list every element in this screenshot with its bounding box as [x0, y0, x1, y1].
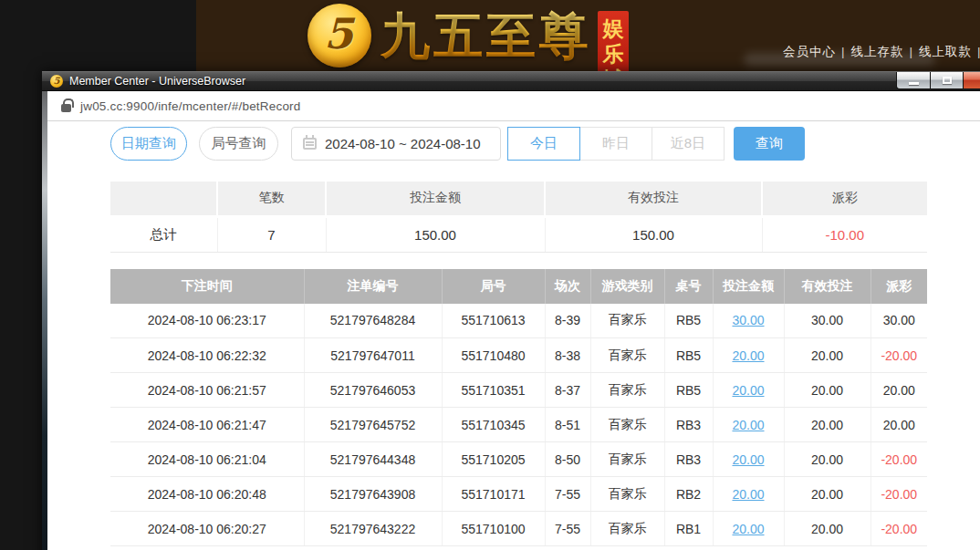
valid-bet: 30.00	[784, 304, 871, 338]
quick-range-group: 今日 昨日 近8日	[508, 127, 725, 161]
round-number: 551710100	[442, 512, 545, 546]
bet-payout: -20.00	[871, 512, 927, 546]
bet-amount-cell: 20.00	[713, 408, 784, 442]
round-number: 551710205	[442, 442, 545, 477]
bet-id: 521797643222	[304, 512, 442, 546]
bet-id: 521797645752	[304, 408, 442, 442]
bet-amount-link[interactable]: 20.00	[732, 383, 764, 398]
bet-payout: 30.00	[871, 304, 927, 338]
column-header: 派彩	[762, 182, 927, 216]
bet-amount-cell: 20.00	[713, 512, 784, 546]
calendar-icon	[303, 138, 317, 150]
window-controls: ✕	[897, 72, 980, 89]
round-number: 551710613	[442, 304, 545, 338]
bet-time: 2024-08-10 06:21:04	[110, 442, 304, 477]
bet-amount-cell: 20.00	[713, 338, 784, 373]
bet-id: 521797647011	[304, 338, 442, 373]
game-type: 百家乐	[590, 338, 664, 373]
valid-bet: 20.00	[784, 408, 871, 442]
bet-amount-link[interactable]: 20.00	[732, 418, 764, 432]
site-title: 九五至尊	[381, 5, 592, 66]
table-number: RB3	[664, 442, 713, 477]
minimize-button[interactable]	[896, 72, 931, 89]
bet-time: 2024-08-10 06:21:57	[110, 373, 304, 408]
badge-char: 娱	[603, 16, 624, 41]
game-type: 百家乐	[590, 512, 664, 546]
round-query-tab[interactable]: 局号查询	[199, 127, 278, 161]
round-number: 551710345	[442, 408, 545, 442]
game-type: 百家乐	[590, 373, 664, 408]
valid-bet: 20.00	[784, 477, 871, 512]
bet-payout: -20.00	[871, 442, 927, 477]
column-header: 桌号	[664, 269, 713, 304]
today-button[interactable]: 今日	[507, 127, 580, 161]
bet-amount-link[interactable]: 20.00	[732, 452, 764, 467]
close-button[interactable]: ✕	[963, 72, 980, 89]
bet-amount-link[interactable]: 20.00	[732, 487, 764, 502]
summary-total-label: 总计	[110, 216, 217, 252]
column-header: 场次	[545, 269, 590, 304]
table-row: 2024-08-10 06:20:48 521797643908 5517101…	[110, 477, 927, 512]
nav-link[interactable]: 线上存款	[851, 45, 904, 58]
date-range-input[interactable]: 2024-08-10 ~ 2024-08-10	[291, 127, 501, 161]
session: 8-51	[545, 408, 590, 442]
column-header: 派彩	[871, 269, 927, 304]
bet-id: 521797644348	[304, 442, 442, 477]
last-8-days-button[interactable]: 近8日	[652, 127, 725, 161]
table-row: 2024-08-10 06:22:32 521797647011 5517104…	[110, 338, 927, 373]
minimize-icon	[909, 82, 919, 85]
round-number: 551710351	[442, 373, 545, 408]
round-number: 551710171	[442, 477, 545, 512]
column-header: 游戏类别	[590, 269, 664, 304]
browser-window: 5 Member Center - UniverseBrowser ✕ jw05…	[42, 71, 980, 550]
bet-table-body: 2024-08-10 06:23:17 521797648284 5517106…	[110, 304, 927, 546]
session: 7-55	[545, 477, 590, 512]
bet-payout: 20.00	[871, 373, 927, 408]
window-titlebar[interactable]: 5 Member Center - UniverseBrowser ✕	[42, 71, 980, 91]
column-header: 有效投注	[545, 182, 762, 216]
bet-amount-cell: 30.00	[713, 304, 784, 338]
nav-link[interactable]: 会员中心	[783, 45, 836, 58]
summary-payout: -10.00	[762, 216, 927, 252]
bet-amount-link[interactable]: 30.00	[732, 313, 764, 327]
bet-table-header-row: 下注时间注单编号局号场次游戏类别桌号投注金额有效投注派彩	[110, 269, 927, 304]
top-nav: 会员中心|线上存款|线上取款|一	[783, 44, 980, 62]
bet-time: 2024-08-10 06:21:47	[110, 408, 304, 442]
game-type: 百家乐	[590, 408, 664, 442]
bet-time: 2024-08-10 06:23:17	[110, 304, 304, 338]
address-bar[interactable]: jw05.cc:9900/infe/mcenter/#/betRecord	[47, 91, 980, 121]
maximize-icon	[943, 77, 952, 84]
game-type: 百家乐	[590, 442, 664, 477]
bet-amount-link[interactable]: 20.00	[732, 348, 764, 363]
session: 8-37	[545, 373, 590, 408]
maximize-button[interactable]	[930, 72, 964, 89]
logo-5-icon: 5	[308, 4, 371, 67]
column-header: 有效投注	[784, 269, 871, 304]
table-number: RB5	[664, 373, 713, 408]
url-text[interactable]: jw05.cc:9900/infe/mcenter/#/betRecord	[80, 99, 301, 113]
yesterday-button[interactable]: 昨日	[579, 127, 652, 161]
column-header: 投注金额	[713, 269, 784, 304]
nav-link[interactable]: 线上取款	[919, 45, 972, 58]
search-button[interactable]: 查询	[734, 127, 805, 161]
bet-id: 521797646053	[304, 373, 442, 408]
bet-amount-link[interactable]: 20.00	[732, 522, 764, 536]
date-query-tab[interactable]: 日期查询	[110, 127, 187, 161]
filter-toolbar: 日期查询 局号查询 2024-08-10 ~ 2024-08-10 今日 昨日 …	[110, 127, 980, 161]
column-header: 笔数	[217, 182, 326, 216]
column-header	[110, 182, 217, 216]
valid-bet: 20.00	[784, 373, 871, 408]
table-number: RB5	[664, 304, 713, 338]
window-logo-icon: 5	[50, 75, 63, 88]
table-row: 2024-08-10 06:21:47 521797645752 5517103…	[110, 408, 927, 442]
table-row: 2024-08-10 06:23:17 521797648284 5517106…	[110, 304, 927, 338]
screen: 5 九五至尊 娱乐城 会员中心|线上存款|线上取款|一 5 Member Cen…	[0, 0, 980, 550]
game-type: 百家乐	[590, 304, 664, 338]
date-range-value: 2024-08-10 ~ 2024-08-10	[325, 136, 481, 151]
round-number: 551710480	[442, 338, 545, 373]
page-content: 日期查询 局号查询 2024-08-10 ~ 2024-08-10 今日 昨日 …	[47, 121, 980, 550]
bet-payout: -20.00	[871, 477, 927, 512]
session: 8-38	[545, 338, 590, 373]
column-header: 投注金额	[326, 182, 545, 216]
table-number: RB5	[664, 338, 713, 373]
